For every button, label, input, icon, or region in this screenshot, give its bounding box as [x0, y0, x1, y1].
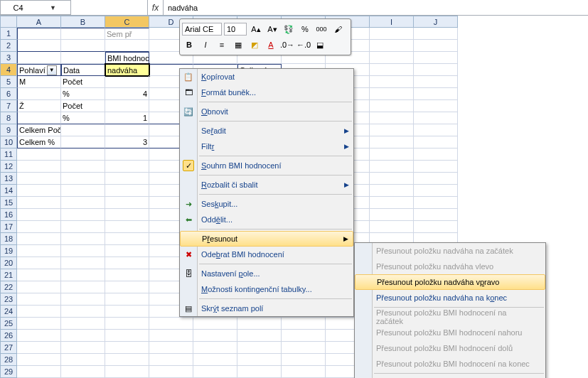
cell[interactable] — [370, 124, 414, 136]
cell[interactable] — [17, 197, 61, 209]
row-header[interactable]: 21 — [0, 269, 17, 281]
cell[interactable] — [414, 88, 458, 100]
cell[interactable] — [105, 197, 149, 209]
cell[interactable] — [61, 293, 105, 306]
cell[interactable] — [105, 221, 149, 233]
cell[interactable] — [17, 173, 61, 185]
row-header[interactable]: 3 — [0, 52, 17, 64]
cell[interactable] — [282, 366, 326, 378]
cell[interactable] — [61, 257, 105, 269]
cell[interactable] — [414, 28, 458, 40]
merge-icon[interactable]: ⬓ — [313, 38, 327, 52]
formula-bar[interactable]: nadváha — [164, 0, 588, 15]
cell[interactable] — [17, 257, 61, 269]
cell[interactable] — [105, 269, 149, 281]
cell[interactable] — [414, 124, 458, 136]
cell[interactable] — [193, 342, 237, 354]
cell[interactable] — [193, 366, 237, 378]
cell[interactable] — [282, 354, 326, 366]
cell[interactable] — [237, 354, 282, 366]
cell[interactable] — [105, 318, 149, 330]
menu-ungroup[interactable]: ⬅Oddělit... — [180, 212, 353, 227]
cell[interactable] — [61, 281, 105, 293]
cell[interactable] — [17, 281, 61, 293]
cell[interactable] — [17, 52, 61, 64]
cell[interactable] — [370, 76, 414, 88]
cell[interactable] — [105, 148, 149, 161]
menu-refresh[interactable]: 🔄Obnovit — [180, 104, 353, 119]
cell[interactable] — [414, 161, 458, 173]
cell[interactable] — [105, 100, 149, 112]
cell[interactable] — [370, 173, 414, 185]
row-header[interactable]: 13 — [0, 173, 17, 185]
name-box[interactable]: C4 ▼ — [0, 0, 71, 15]
col-header-C[interactable]: C — [105, 16, 149, 28]
font-color-icon[interactable]: A — [264, 38, 278, 52]
row-header[interactable]: 16 — [0, 209, 17, 221]
cell[interactable] — [61, 136, 105, 148]
cell[interactable] — [414, 76, 458, 88]
row-header[interactable]: 19 — [0, 245, 17, 257]
cell[interactable] — [370, 88, 414, 100]
row-header[interactable]: 15 — [0, 197, 17, 209]
row-header[interactable]: 24 — [0, 306, 17, 318]
cell[interactable] — [17, 28, 61, 40]
menu-filter[interactable]: Filtr▶ — [180, 139, 353, 154]
row-header[interactable]: 5 — [0, 76, 17, 88]
cell[interactable] — [61, 318, 105, 330]
menu-group[interactable]: ➜Seskupit... — [180, 196, 353, 212]
cell[interactable] — [17, 245, 61, 257]
cell[interactable] — [17, 40, 61, 52]
row-header[interactable]: 4 — [0, 64, 17, 76]
cell[interactable] — [105, 342, 149, 354]
cell[interactable]: Celkem % — [17, 136, 61, 148]
cell[interactable] — [61, 221, 105, 233]
cell[interactable]: Počet — [61, 76, 105, 88]
cell[interactable] — [105, 161, 149, 173]
cell[interactable] — [237, 318, 282, 330]
cell[interactable] — [370, 52, 414, 64]
cell[interactable] — [61, 269, 105, 281]
cell[interactable] — [105, 124, 149, 136]
row-header[interactable]: 17 — [0, 221, 17, 233]
cell[interactable] — [61, 366, 105, 378]
cell[interactable] — [414, 197, 458, 209]
col-header-A[interactable]: A — [17, 16, 61, 28]
cell[interactable] — [193, 354, 237, 366]
cell[interactable] — [61, 52, 105, 64]
cell[interactable] — [414, 148, 458, 161]
menu-pivot-options[interactable]: Možnosti kontingenční tabulky... — [180, 281, 353, 297]
cell[interactable] — [17, 366, 61, 378]
cell[interactable] — [61, 354, 105, 366]
borders-icon[interactable]: ▦ — [231, 38, 245, 52]
row-header[interactable]: 10 — [0, 136, 17, 148]
cell[interactable] — [370, 197, 414, 209]
cell[interactable]: 3 — [105, 136, 149, 148]
cell[interactable] — [17, 161, 61, 173]
cell[interactable] — [105, 306, 149, 318]
cell[interactable] — [414, 52, 458, 64]
cell[interactable] — [17, 318, 61, 330]
row-header[interactable]: 20 — [0, 257, 17, 269]
bmi-header[interactable]: BMI hodnocení▼ — [105, 52, 149, 64]
cell[interactable] — [105, 76, 149, 88]
cell[interactable] — [105, 185, 149, 197]
cell[interactable] — [414, 209, 458, 221]
cell[interactable] — [61, 306, 105, 318]
cell[interactable] — [414, 173, 458, 185]
move-nadvaha-end[interactable]: Přesunout položku nadváha na konec — [355, 290, 545, 306]
menu-hide-field-list[interactable]: ▤Skrýt seznam polí — [180, 301, 353, 316]
cell[interactable] — [61, 245, 105, 257]
cell[interactable] — [17, 354, 61, 366]
row-header[interactable]: 28 — [0, 354, 17, 366]
cell[interactable] — [149, 366, 193, 378]
cell[interactable] — [105, 330, 149, 342]
cell[interactable] — [414, 40, 458, 52]
cell[interactable] — [17, 233, 61, 245]
col-header-I[interactable]: I — [370, 16, 414, 28]
cell[interactable] — [17, 306, 61, 318]
cell[interactable] — [414, 112, 458, 124]
cell[interactable] — [370, 64, 414, 76]
cell[interactable]: % — [61, 88, 105, 100]
cell[interactable] — [17, 342, 61, 354]
